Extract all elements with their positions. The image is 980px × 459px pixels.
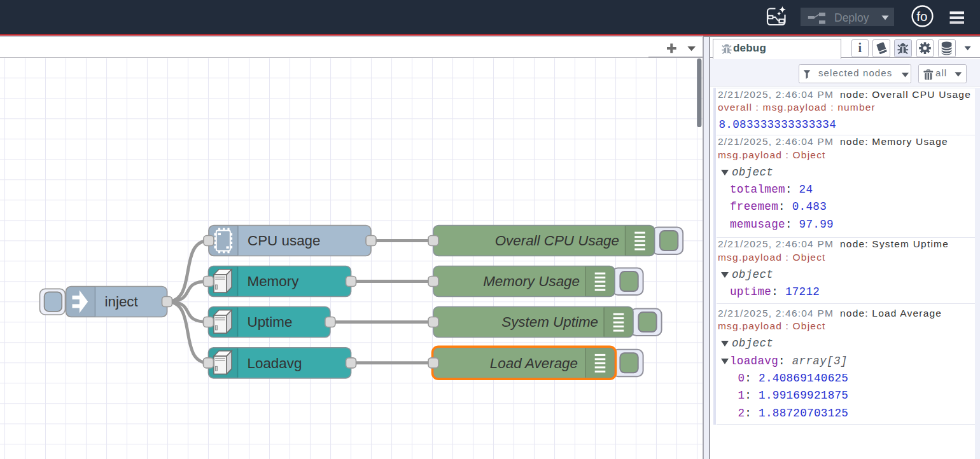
- svg-text:Load Average: Load Average: [490, 355, 578, 371]
- svg-text:System Uptime: System Uptime: [501, 314, 598, 330]
- svg-text:i: i: [858, 41, 862, 55]
- svg-text:Memory: Memory: [248, 273, 300, 289]
- svg-text:CPU usage: CPU usage: [248, 233, 321, 249]
- svg-text:Memory Usage: Memory Usage: [483, 273, 580, 289]
- svg-text:inject: inject: [105, 294, 139, 310]
- svg-text:Overall CPU Usage: Overall CPU Usage: [495, 233, 619, 249]
- svg-text:Loadavg: Loadavg: [248, 355, 302, 371]
- svg-text:Deploy: Deploy: [834, 11, 869, 24]
- svg-text:fo: fo: [916, 9, 927, 24]
- svg-text:Uptime: Uptime: [248, 314, 293, 330]
